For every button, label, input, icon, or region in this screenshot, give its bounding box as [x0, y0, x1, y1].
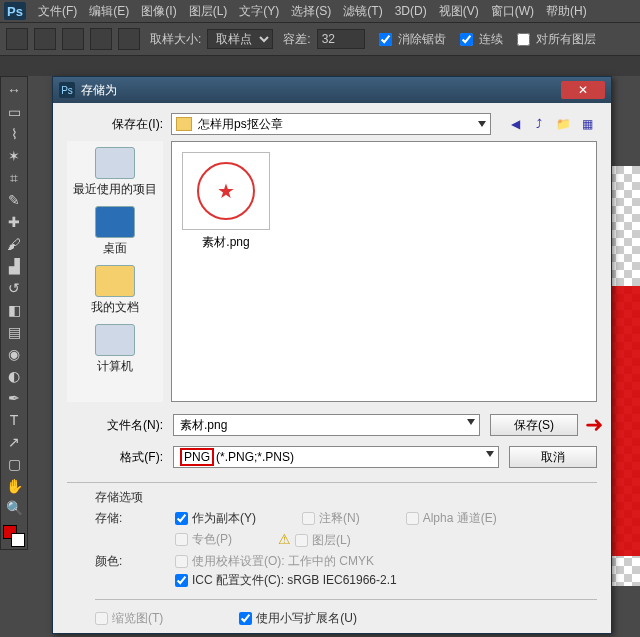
cancel-button[interactable]: 取消 [509, 446, 597, 468]
store-label: 存储: [95, 510, 159, 527]
menu-view[interactable]: 视图(V) [433, 3, 485, 20]
tool-zoom[interactable]: 🔍 [2, 497, 26, 519]
tool-gradient[interactable]: ▤ [2, 321, 26, 343]
tool-shape[interactable]: ▢ [2, 453, 26, 475]
dialog-titlebar[interactable]: Ps 存储为 ✕ [53, 77, 611, 103]
filename-label: 文件名(N): [67, 417, 163, 434]
menu-3d[interactable]: 3D(D) [389, 4, 433, 18]
tool-lasso[interactable]: ⌇ [2, 123, 26, 145]
format-combo[interactable]: PNG (*.PNG;*.PNS) [173, 446, 499, 468]
file-label: 素材.png [202, 234, 249, 251]
tool-move[interactable]: ↔ [2, 79, 26, 101]
save-in-label: 保存在(I): [67, 116, 163, 133]
save-as-dialog: Ps 存储为 ✕ 保存在(I): 怎样用ps抠公章 ◀ ⤴ 📁 ▦ 最近使用的项… [52, 76, 612, 634]
ps-mini-icon: Ps [59, 82, 75, 98]
chevron-down-icon [478, 121, 486, 127]
tool-dodge[interactable]: ◐ [2, 365, 26, 387]
tool-heal[interactable]: ✚ [2, 211, 26, 233]
thumbnail-check: 缩览图(T) [95, 610, 163, 627]
sample-size-label: 取样大小: [150, 31, 201, 48]
format-prefix: PNG [180, 448, 214, 466]
chevron-down-icon [486, 451, 494, 457]
tool-stamp[interactable]: ▟ [2, 255, 26, 277]
tool-history[interactable]: ↺ [2, 277, 26, 299]
toolbox: ↔ ▭ ⌇ ✶ ⌗ ✎ ✚ 🖌 ▟ ↺ ◧ ▤ ◉ ◐ ✒ T ↗ ▢ ✋ 🔍 [0, 76, 28, 550]
close-button[interactable]: ✕ [561, 81, 605, 99]
document-tab-strip [0, 56, 640, 76]
tool-wand[interactable]: ✶ [2, 145, 26, 167]
place-computer[interactable]: 计算机 [95, 324, 135, 375]
menu-file[interactable]: 文件(F) [32, 3, 83, 20]
menu-bar: Ps 文件(F) 编辑(E) 图像(I) 图层(L) 文字(Y) 选择(S) 滤… [0, 0, 640, 22]
warning-icon: ⚠ [278, 531, 291, 547]
tool-preset-icon[interactable] [6, 28, 28, 50]
tool-hand[interactable]: ✋ [2, 475, 26, 497]
tool-marquee[interactable]: ▭ [2, 101, 26, 123]
places-bar: 最近使用的项目 桌面 我的文档 计算机 [67, 141, 163, 402]
menu-type[interactable]: 文字(Y) [233, 3, 285, 20]
color-label: 颜色: [95, 553, 159, 570]
contiguous-checkbox[interactable] [460, 33, 473, 46]
tolerance-input[interactable] [317, 29, 365, 49]
place-recent[interactable]: 最近使用的项目 [73, 147, 157, 198]
store-options-header: 存储选项 [95, 489, 597, 506]
opt-icon-2[interactable] [62, 28, 84, 50]
menu-window[interactable]: 窗口(W) [485, 3, 540, 20]
fg-bg-swatch[interactable] [3, 525, 25, 547]
annotation-arrow-icon: ➜ [585, 412, 603, 438]
alllayers-label: 对所有图层 [536, 31, 596, 48]
tool-path[interactable]: ↗ [2, 431, 26, 453]
nav-up-icon[interactable]: ⤴ [529, 114, 549, 134]
tool-eyedrop[interactable]: ✎ [2, 189, 26, 211]
dialog-title: 存储为 [81, 82, 117, 99]
nav-view-icon[interactable]: ▦ [577, 114, 597, 134]
tool-pen[interactable]: ✒ [2, 387, 26, 409]
save-button[interactable]: 保存(S) [490, 414, 578, 436]
alllayers-checkbox[interactable] [517, 33, 530, 46]
opt-icon-4[interactable] [118, 28, 140, 50]
filename-combo[interactable]: 素材.png [173, 414, 480, 436]
menu-image[interactable]: 图像(I) [135, 3, 182, 20]
file-thumbnail [182, 152, 270, 230]
options-bar: 取样大小: 取样点 容差: 消除锯齿 连续 对所有图层 [0, 22, 640, 56]
nav-newfolder-icon[interactable]: 📁 [553, 114, 573, 134]
file-pane[interactable]: 素材.png [171, 141, 597, 402]
tool-blur[interactable]: ◉ [2, 343, 26, 365]
menu-filter[interactable]: 滤镜(T) [337, 3, 388, 20]
tool-eraser[interactable]: ◧ [2, 299, 26, 321]
opt-icon-1[interactable] [34, 28, 56, 50]
tool-type[interactable]: T [2, 409, 26, 431]
lowercase-ext-check[interactable]: 使用小写扩展名(U) [239, 610, 357, 627]
place-documents[interactable]: 我的文档 [91, 265, 139, 316]
ps-logo: Ps [4, 2, 26, 20]
proof-check: 使用校样设置(O): 工作中的 CMYK [175, 553, 535, 570]
antialias-checkbox[interactable] [379, 33, 392, 46]
sample-size-select[interactable]: 取样点 [207, 29, 273, 49]
menu-select[interactable]: 选择(S) [285, 3, 337, 20]
opt-icon-3[interactable] [90, 28, 112, 50]
icc-check[interactable]: ICC 配置文件(C): sRGB IEC61966-2.1 [175, 572, 535, 589]
notes-check: 注释(N) [302, 510, 360, 527]
menu-layer[interactable]: 图层(L) [183, 3, 234, 20]
format-rest: (*.PNG;*.PNS) [216, 450, 294, 464]
place-desktop[interactable]: 桌面 [95, 206, 135, 257]
spot-check: 专色(P) [175, 531, 232, 549]
tool-crop[interactable]: ⌗ [2, 167, 26, 189]
tolerance-label: 容差: [283, 31, 310, 48]
contiguous-label: 连续 [479, 31, 503, 48]
format-label: 格式(F): [67, 449, 163, 466]
save-in-combo[interactable]: 怎样用ps抠公章 [171, 113, 491, 135]
chevron-down-icon [467, 419, 475, 425]
folder-name: 怎样用ps抠公章 [198, 116, 283, 133]
menu-help[interactable]: 帮助(H) [540, 3, 593, 20]
alpha-check: Alpha 通道(E) [406, 510, 497, 527]
filename-value: 素材.png [180, 417, 227, 434]
as-copy-check[interactable]: 作为副本(Y) [175, 510, 256, 527]
file-item[interactable]: 素材.png [182, 152, 270, 251]
nav-back-icon[interactable]: ◀ [505, 114, 525, 134]
antialias-label: 消除锯齿 [398, 31, 446, 48]
folder-icon [176, 117, 192, 131]
layers-check: ⚠图层(L) [278, 531, 351, 549]
tool-brush[interactable]: 🖌 [2, 233, 26, 255]
menu-edit[interactable]: 编辑(E) [83, 3, 135, 20]
